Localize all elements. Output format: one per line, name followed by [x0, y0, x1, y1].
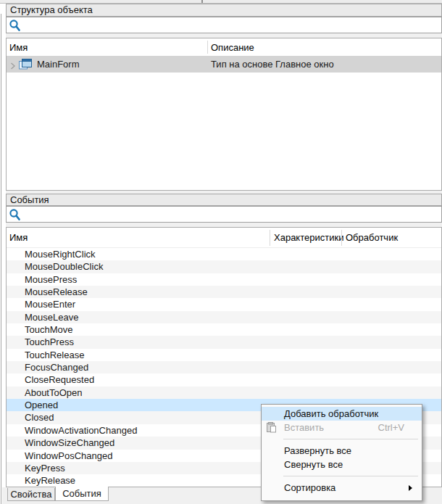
menu-item[interactable]: Развернуть все	[262, 444, 422, 458]
menu-item-label: Добавить обработчик	[284, 408, 378, 419]
structure-search-input[interactable]	[22, 18, 438, 33]
structure-search-box[interactable]	[6, 17, 442, 33]
event-row[interactable]: TouchRelease	[7, 349, 441, 361]
column-header-characteristics[interactable]: Характеристики	[274, 228, 343, 247]
event-row[interactable]: MouseLeave	[7, 311, 441, 323]
event-row[interactable]: MouseRightClick	[7, 248, 441, 260]
menu-item[interactable]: Свернуть все	[262, 458, 422, 471]
event-name: WindowPosChanged	[25, 450, 112, 461]
event-name: KeyPress	[25, 463, 65, 474]
menu-item[interactable]: Сортировка	[262, 481, 422, 495]
event-row[interactable]: FocusChanged	[7, 361, 441, 373]
event-row[interactable]: MouseRelease	[7, 286, 441, 298]
event-row[interactable]: MouseEnter	[7, 298, 441, 310]
menu-separator	[283, 439, 418, 439]
context-menu: Добавить обработчикВставитьCtrl+VРазверн…	[261, 404, 422, 501]
events-search-input[interactable]	[22, 207, 438, 223]
event-name: MouseLeave	[25, 312, 78, 323]
event-name: MouseDoubleClick	[25, 261, 103, 272]
event-name: TouchPress	[25, 336, 74, 347]
column-divider[interactable]	[341, 230, 342, 246]
events-table-header: Имя Характеристики Обработчик	[7, 228, 441, 248]
event-name: MouseRightClick	[25, 249, 96, 260]
form-icon	[19, 59, 32, 72]
event-name: FocusChanged	[25, 362, 88, 373]
event-name: MouseRelease	[25, 286, 88, 297]
tab-properties[interactable]: Свойства	[7, 488, 55, 501]
events-panel-title: События	[6, 194, 442, 206]
event-row[interactable]: CloseRequested	[7, 373, 441, 386]
event-row[interactable]: MousePress	[7, 273, 441, 286]
column-divider[interactable]	[270, 230, 270, 246]
splitter-tick	[201, 0, 203, 3]
event-name: AboutToOpen	[25, 387, 83, 398]
submenu-arrow-icon	[409, 485, 412, 491]
event-name: MouseEnter	[25, 299, 75, 310]
menu-item-label: Развернуть все	[284, 445, 351, 456]
event-name: Opened	[25, 400, 58, 410]
search-icon	[9, 19, 21, 34]
events-search-box[interactable]	[6, 206, 442, 223]
menu-item-label: Вставить	[284, 422, 324, 433]
structure-table: Имя Описание MainForm Тип на основе Глав…	[6, 38, 442, 191]
event-name: TouchRelease	[25, 350, 84, 360]
event-row[interactable]: MouseDoubleClick	[7, 260, 441, 273]
event-row[interactable]: AboutToOpen	[7, 387, 441, 399]
menu-item[interactable]: ВставитьCtrl+V	[262, 421, 422, 434]
properties-pane: Структура объекта Имя Описание	[0, 0, 442, 504]
menu-item[interactable]: Добавить обработчик	[262, 407, 422, 421]
menu-item-label: Сортировка	[284, 482, 335, 493]
event-name: WindowSizeChanged	[25, 437, 114, 448]
column-header-name[interactable]: Имя	[9, 38, 28, 56]
event-name: MousePress	[25, 274, 77, 285]
search-icon	[9, 208, 21, 223]
column-header-name[interactable]: Имя	[9, 228, 28, 247]
structure-panel-title: Структура объекта	[6, 4, 442, 17]
event-name: WindowActivationChanged	[25, 425, 137, 436]
event-row[interactable]: TouchMove	[7, 323, 441, 336]
event-name: Closed	[25, 412, 54, 423]
column-divider[interactable]	[207, 41, 208, 54]
left-splitter-line	[1, 14, 1, 504]
object-description: Тип на основе Главное окно	[211, 59, 334, 70]
event-row[interactable]: TouchPress	[7, 336, 441, 348]
event-name: CloseRequested	[25, 374, 94, 385]
column-header-handler[interactable]: Обработчик	[346, 228, 398, 247]
structure-row-mainform[interactable]: MainForm Тип на основе Главное окно	[7, 56, 441, 73]
tab-events[interactable]: События	[55, 487, 109, 501]
menu-item-shortcut: Ctrl+V	[378, 421, 404, 434]
column-header-description[interactable]: Описание	[211, 38, 254, 56]
event-name: KeyRelease	[25, 475, 75, 486]
paste-icon	[266, 422, 277, 437]
structure-table-header: Имя Описание	[7, 38, 441, 56]
expand-chevron-icon[interactable]	[10, 61, 16, 72]
object-name: MainForm	[37, 59, 80, 70]
menu-separator	[283, 476, 418, 476]
menu-item-label: Свернуть все	[284, 459, 343, 470]
event-name: TouchMove	[25, 324, 72, 335]
